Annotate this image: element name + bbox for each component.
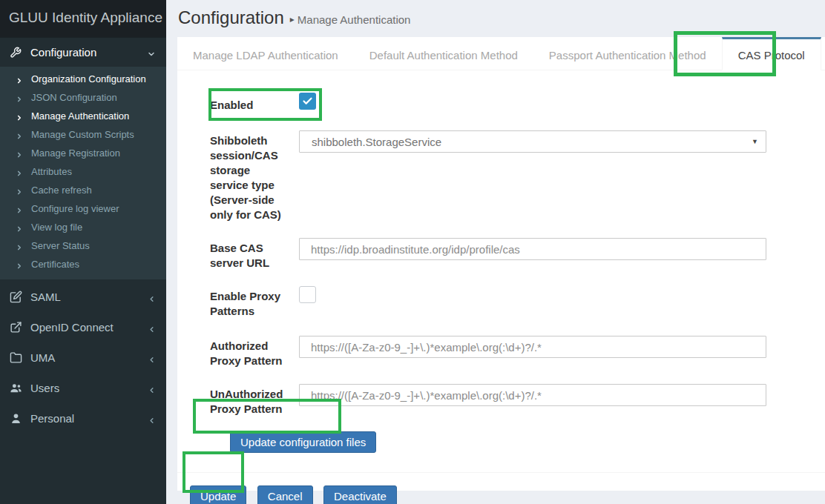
- enable-proxy-patterns-checkbox[interactable]: [299, 286, 316, 303]
- tab-default-authentication-method[interactable]: Default Authentication Method: [354, 37, 533, 70]
- wrench-icon: [10, 47, 22, 59]
- tab-manage-ldap-authentication[interactable]: Manage LDAP Authentication: [177, 37, 354, 70]
- update-button[interactable]: Update: [190, 485, 246, 504]
- storage-service-selected-value: shibboleth.StorageService: [312, 136, 752, 148]
- dropdown-arrow-icon: ▼: [752, 138, 758, 145]
- sidebar-item-openid-connect[interactable]: OpenID Connect: [0, 312, 166, 342]
- sidebar-item-personal[interactable]: Personal: [0, 403, 166, 434]
- external-link-icon: [10, 321, 22, 334]
- sidebar-item-saml[interactable]: SAML: [0, 282, 166, 312]
- sidebar: GLUU Identity Appliance Configuration Or…: [0, 0, 166, 504]
- sidebar-item-view-log-file[interactable]: View log file: [0, 218, 166, 236]
- sidebar-item-attributes[interactable]: Attributes: [0, 162, 166, 181]
- chevron-right-icon: [16, 242, 23, 250]
- chevron-right-icon: [16, 131, 23, 139]
- base-cas-url-input[interactable]: [299, 238, 766, 260]
- deactivate-button[interactable]: Deactivate: [323, 485, 397, 504]
- chevron-right-icon: [16, 261, 23, 268]
- users-icon: [10, 382, 22, 394]
- update-configuration-files-button[interactable]: Update configuration files: [230, 431, 376, 453]
- chevron-right-icon: [16, 168, 23, 176]
- authorized-proxy-pattern-label: Authorized Proxy Pattern: [210, 336, 288, 368]
- sidebar-item-label: Certificates: [31, 259, 79, 270]
- sidebar-item-manage-custom-scripts[interactable]: Manage Custom Scripts: [0, 125, 166, 144]
- sidebar-item-label: Organization Configuration: [31, 73, 146, 84]
- tab-passport-authentication-method[interactable]: Passport Authentication Method: [533, 37, 722, 70]
- enable-proxy-patterns-label: Enable Proxy Patterns: [210, 286, 288, 319]
- sidebar-item-label: SAML: [30, 291, 148, 303]
- tab-cas-protocol[interactable]: CAS Protocol: [722, 37, 821, 70]
- main-content: Configuration▸Manage Authentication Mana…: [166, 0, 825, 504]
- sidebar-item-label: UMA: [30, 351, 148, 364]
- chevron-right-icon: [16, 76, 23, 83]
- sidebar-item-json-configuration[interactable]: JSON Configuration: [0, 88, 166, 107]
- breadcrumb: Manage Authentication: [298, 13, 411, 26]
- form-footer: Update Cancel Deactivate: [177, 472, 825, 504]
- user-icon: [10, 412, 22, 425]
- sidebar-item-label: Attributes: [31, 166, 72, 177]
- chevron-left-icon: [148, 323, 156, 331]
- breadcrumb-arrow-icon: ▸: [290, 14, 295, 24]
- sidebar-item-label: Server Status: [31, 240, 90, 251]
- sidebar-item-users[interactable]: Users: [0, 373, 166, 403]
- sidebar-item-label: Manage Custom Scripts: [31, 129, 134, 140]
- chevron-left-icon: [148, 354, 156, 362]
- sidebar-item-label: Users: [30, 382, 148, 394]
- content-header: Configuration▸Manage Authentication: [166, 0, 825, 37]
- sidebar-item-label: Manage Authentication: [31, 110, 129, 122]
- chevron-right-icon: [16, 150, 23, 157]
- sidebar-item-label: Manage Registration: [31, 147, 120, 159]
- sidebar-item-certificates[interactable]: Certificates: [0, 255, 166, 273]
- sidebar-item-cache-refresh[interactable]: Cache refresh: [0, 181, 166, 199]
- checkmark-icon: [302, 96, 313, 107]
- sidebar-item-manage-registration[interactable]: Manage Registration: [0, 144, 166, 162]
- chevron-right-icon: [16, 187, 23, 194]
- sidebar-item-label: JSON Configuration: [31, 92, 117, 103]
- sidebar-item-uma[interactable]: UMA: [0, 342, 166, 373]
- chevron-left-icon: [148, 293, 156, 301]
- sidebar-item-organization-configuration[interactable]: Organization Configuration: [0, 70, 166, 88]
- chevron-right-icon: [16, 113, 23, 120]
- sidebar-item-label: OpenID Connect: [30, 321, 148, 334]
- authorized-proxy-pattern-input[interactable]: [299, 336, 766, 358]
- cas-protocol-form: Enabled Shibboleth session/CAS storage s…: [177, 70, 825, 504]
- configuration-submenu: Organization Configuration JSON Configur…: [0, 67, 166, 279]
- chevron-left-icon: [148, 414, 156, 422]
- cas-protocol-card: Manage LDAP Authentication Default Authe…: [177, 37, 825, 491]
- app-title: GLUU Identity Appliance: [0, 0, 166, 37]
- sidebar-item-configure-log-viewer[interactable]: Configure log viewer: [0, 199, 166, 218]
- cancel-button[interactable]: Cancel: [257, 485, 313, 504]
- sidebar-item-label: Cache refresh: [31, 185, 92, 196]
- chevron-down-icon: [147, 48, 156, 57]
- enabled-label: Enabled: [210, 93, 288, 113]
- storage-service-label: Shibboleth session/CAS storage service t…: [210, 130, 288, 222]
- storage-service-select[interactable]: shibboleth.StorageService ▼: [299, 130, 766, 153]
- chevron-left-icon: [148, 384, 156, 392]
- page-title: Configuration: [178, 7, 284, 27]
- sidebar-item-label: Configuration: [30, 46, 147, 59]
- sidebar-item-label: Configure log viewer: [31, 203, 119, 214]
- sidebar-item-label: View log file: [31, 222, 82, 233]
- chevron-right-icon: [16, 224, 23, 231]
- unauthorized-proxy-pattern-input[interactable]: [299, 384, 766, 406]
- unauthorized-proxy-pattern-label: UnAuthorized Proxy Pattern: [210, 384, 288, 417]
- sidebar-item-configuration[interactable]: Configuration: [0, 37, 166, 67]
- chevron-right-icon: [16, 205, 23, 213]
- chevron-right-icon: [16, 94, 23, 102]
- sidebar-item-manage-authentication[interactable]: Manage Authentication: [0, 107, 166, 125]
- sidebar-item-server-status[interactable]: Server Status: [0, 236, 166, 255]
- sidebar-item-label: Personal: [30, 412, 148, 425]
- folder-open-icon: [10, 351, 22, 364]
- tab-bar: Manage LDAP Authentication Default Authe…: [177, 37, 825, 70]
- enabled-checkbox[interactable]: [299, 93, 316, 110]
- base-cas-url-label: Base CAS server URL: [210, 238, 288, 271]
- edit-icon: [10, 291, 22, 303]
